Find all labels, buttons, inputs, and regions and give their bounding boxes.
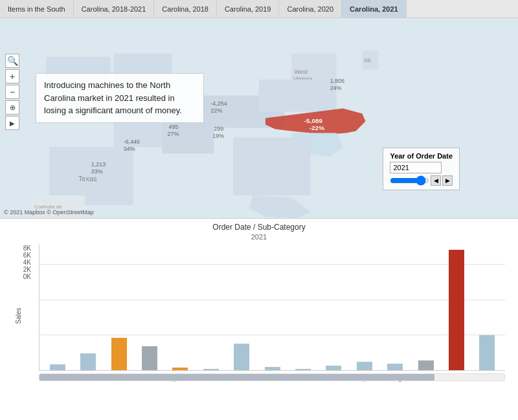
svg-text:DE: DE [364, 58, 371, 63]
svg-text:-22%: -22% [310, 124, 324, 131]
bar-10[interactable]: Paper [357, 362, 372, 370]
svg-text:27%: 27% [167, 131, 179, 137]
zoom-in-button[interactable]: + [5, 69, 19, 83]
year-prev-button[interactable]: ◀ [431, 175, 441, 186]
bar-group-envelopes: Envelopes [257, 245, 287, 370]
bar-11[interactable]: Storage [387, 364, 403, 370]
year-next-button[interactable]: ▶ [442, 175, 453, 186]
bar-group-chairs: Chairs [73, 245, 103, 370]
bar-group-binders: Binders [226, 245, 256, 370]
bar-2[interactable]: Furnishin... [111, 338, 127, 370]
svg-text:34%: 34% [124, 146, 135, 152]
map-copyright: © 2021 Mapbox © OpenStreetMap [4, 209, 94, 216]
y-label-0k: 0K [23, 273, 31, 280]
y-label-4k: 4K [23, 259, 31, 266]
search-button[interactable]: 🔍 [5, 54, 19, 68]
year-filter-input[interactable] [390, 162, 442, 173]
bar-group-furnishin: Furnishin... [104, 245, 134, 370]
crosshair-button[interactable]: ⊕ [5, 100, 19, 115]
svg-text:West: West [295, 69, 308, 75]
chart-title: Order Date / Sub-Category [13, 223, 505, 232]
y-label-8k: 8K [23, 245, 31, 252]
bar-14[interactable]: Phones [479, 335, 495, 370]
chart-bars: BookcasesChairsFurnishin...TablesApplian… [39, 245, 505, 371]
map-section: Kansas Missouri West Virginia DE Texas C… [0, 18, 518, 219]
bar-group-applianc: Applianc... [165, 245, 196, 370]
year-slider[interactable] [390, 177, 429, 184]
svg-text:299: 299 [214, 126, 223, 132]
bar-5[interactable]: Art [203, 369, 219, 370]
bar-9[interactable]: Labels [326, 366, 341, 370]
bar-group-machines: Machines [441, 245, 471, 370]
bar-6[interactable]: Binders [234, 344, 249, 370]
scrollbar-thumb [39, 374, 434, 381]
svg-text:Texas: Texas [78, 175, 97, 182]
bar-group-labels: Labels [319, 245, 349, 370]
y-axis: 8K 6K 4K 2K 0K [13, 245, 34, 294]
bar-7[interactable]: Envelopes [265, 367, 280, 370]
zoom-out-button[interactable]: − [5, 85, 19, 99]
y-label-2k: 2K [23, 266, 31, 273]
tab-carolina-2018-2021[interactable]: Carolina, 2018-2021 [74, 0, 155, 17]
svg-text:-5,089: -5,089 [304, 117, 323, 124]
bar-4[interactable]: Applianc... [172, 368, 188, 370]
svg-text:19%: 19% [212, 133, 224, 139]
bar-3[interactable]: Tables [142, 346, 157, 370]
svg-text:1,806: 1,806 [330, 78, 344, 84]
year-filter: Year of Order Date ◀ ▶ [383, 148, 460, 190]
bar-1[interactable]: Chairs [80, 353, 96, 370]
bar-group-bookcases: Bookcases [42, 245, 73, 370]
svg-text:1,213: 1,213 [91, 161, 106, 168]
bar-group-art: Art [196, 245, 226, 370]
year-filter-label: Year of Order Date [390, 152, 453, 160]
svg-rect-18 [259, 80, 337, 112]
bar-group-storage: Storage [379, 245, 410, 370]
bar-group-tables: Tables [134, 245, 164, 370]
tab-bar: Items in the South Carolina, 2018-2021 C… [0, 0, 518, 18]
svg-text:33%: 33% [91, 168, 103, 175]
bar-group-accessor: Accessor... [411, 245, 441, 370]
bar-0[interactable]: Bookcases [50, 364, 65, 370]
bar-group-paper: Paper [349, 245, 379, 370]
svg-text:24%: 24% [330, 85, 342, 91]
svg-text:-4,254: -4,254 [210, 100, 227, 107]
tab-carolina-2019[interactable]: Carolina, 2019 [217, 0, 280, 17]
map-tooltip: Introducing machines to the North Caroli… [36, 73, 204, 123]
svg-text:-6,446: -6,446 [124, 138, 140, 145]
svg-text:22%: 22% [210, 107, 222, 114]
bar-group-phones: Phones [472, 245, 502, 370]
map-controls: 🔍 + − ⊕ ▶ [5, 54, 19, 130]
chart-subtitle: 2021 [13, 233, 505, 241]
tab-south[interactable]: Items in the South [0, 0, 74, 17]
tab-carolina-2021[interactable]: Carolina, 2021 [342, 0, 407, 17]
bar-13[interactable]: Machines [449, 250, 464, 370]
arrow-button[interactable]: ▶ [5, 116, 19, 130]
chart-bars-wrapper: BookcasesChairsFurnishin...TablesApplian… [39, 245, 505, 387]
bar-group-fasteners: Fasteners [287, 245, 318, 370]
chart-scrollbar[interactable] [39, 373, 505, 381]
svg-rect-23 [233, 137, 311, 195]
svg-text:495: 495 [168, 124, 178, 130]
tab-carolina-2018[interactable]: Carolina, 2018 [154, 0, 217, 17]
bar-8[interactable]: Fasteners [295, 369, 311, 370]
tab-carolina-2020[interactable]: Carolina, 2020 [279, 0, 342, 17]
bar-12[interactable]: Accessor... [418, 360, 434, 370]
y-axis-label: Sales [15, 307, 22, 324]
chart-container: Sales 8K 6K 4K 2K 0K [13, 245, 505, 387]
y-label-6k: 6K [23, 252, 31, 259]
tooltip-text: Introducing machines to the North Caroli… [44, 80, 182, 115]
chart-section: Order Date / Sub-Category 2021 Sales 8K … [0, 219, 518, 420]
year-filter-controls: ◀ ▶ [390, 175, 453, 186]
main-content: Kansas Missouri West Virginia DE Texas C… [0, 18, 518, 420]
